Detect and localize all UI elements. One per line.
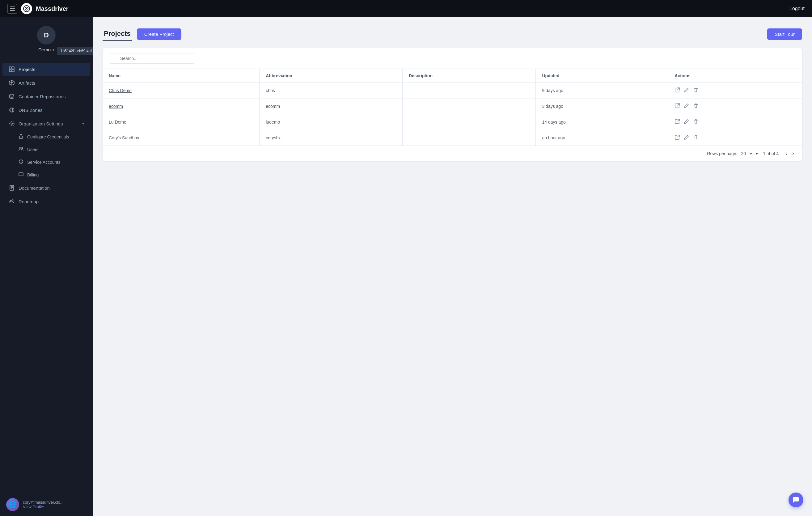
edit-icon[interactable] <box>684 119 689 125</box>
delete-icon[interactable] <box>693 87 699 94</box>
open-external-icon[interactable] <box>674 135 680 141</box>
project-actions-cell <box>668 83 802 98</box>
project-actions-cell <box>668 98 802 114</box>
svg-rect-18 <box>19 173 23 176</box>
delete-icon[interactable] <box>693 103 699 110</box>
project-abbreviation-cell: ludemo <box>260 114 403 130</box>
projects-tab[interactable]: Projects <box>103 27 132 41</box>
app-name: Massdriver <box>36 5 68 12</box>
content-area: Projects Create Project Start Tour 🔍 Nam… <box>93 17 812 516</box>
svg-point-5 <box>26 8 27 9</box>
page-header: Projects Create Project Start Tour <box>103 27 802 41</box>
billing-label: Billing <box>27 172 39 177</box>
roadmap-label: Roadmap <box>19 199 39 204</box>
svg-rect-9 <box>12 69 14 72</box>
svg-point-13 <box>11 123 13 124</box>
project-name-cell: ecomm <box>103 98 260 114</box>
open-external-icon[interactable] <box>674 119 680 125</box>
sidebar-item-artifacts[interactable]: Artifacts <box>2 76 90 89</box>
projects-table-card: 🔍 Name Abbreviation Description Updated … <box>103 48 802 161</box>
expand-icon: ▾ <box>82 121 84 126</box>
sidebar-item-roadmap[interactable]: Roadmap <box>2 195 90 208</box>
prev-page-button[interactable]: ‹ <box>784 149 789 157</box>
user-avatar: 🌐 <box>6 498 19 511</box>
rows-per-page-select[interactable]: 20 50 100 <box>740 151 753 156</box>
project-updated-cell: an hour ago <box>536 130 668 146</box>
sidebar-divider <box>5 60 88 60</box>
project-description-cell <box>403 114 536 130</box>
page-info: 1–4 of 4 <box>763 151 779 156</box>
sidebar-item-organization-settings[interactable]: Organization Settings ▾ <box>2 117 90 130</box>
project-abbreviation-cell: chris <box>260 83 403 98</box>
sidebar-item-service-accounts[interactable]: Service Accounts <box>2 156 90 168</box>
org-settings-left: Organization Settings <box>9 121 63 126</box>
action-icons <box>674 87 796 94</box>
col-header-description: Description <box>403 69 536 83</box>
svg-point-15 <box>20 147 21 149</box>
artifacts-icon <box>9 80 15 86</box>
sidebar-item-documentation[interactable]: Documentation <box>2 181 90 194</box>
delete-icon[interactable] <box>693 119 699 125</box>
organization-settings-label: Organization Settings <box>19 121 63 126</box>
sidebar-item-users[interactable]: Users <box>2 143 90 155</box>
edit-icon[interactable] <box>684 135 689 141</box>
table-row: Chris Demo chris 9 days ago <box>103 83 802 98</box>
dns-zones-label: DNS Zones <box>19 108 42 113</box>
users-icon <box>19 146 24 152</box>
create-project-button[interactable]: Create Project <box>137 28 181 40</box>
edit-icon[interactable] <box>684 103 689 110</box>
delete-icon[interactable] <box>693 135 699 141</box>
project-abbreviation-cell: corysbx <box>260 130 403 146</box>
logout-button[interactable]: Logout <box>789 6 805 11</box>
rows-per-page-label: Rows per page: <box>707 151 737 156</box>
view-profile-link[interactable]: View Profile <box>23 505 64 509</box>
project-updated-cell: 14 days ago <box>536 114 668 130</box>
start-tour-button[interactable]: Start Tour <box>767 28 802 40</box>
sidebar-item-container-repositories[interactable]: Container Repositories <box>2 90 90 103</box>
project-description-cell <box>403 98 536 114</box>
sidebar-item-configure-credentials[interactable]: Configure Credentials <box>2 131 90 143</box>
col-header-name: Name <box>103 69 260 83</box>
action-icons <box>674 103 796 110</box>
project-name-cell: Lu Demo <box>103 114 260 130</box>
top-header: Massdriver Logout <box>0 0 812 17</box>
chat-bubble-button[interactable] <box>788 492 803 507</box>
edit-icon[interactable] <box>684 87 689 94</box>
projects-table: Name Abbreviation Description Updated Ac… <box>103 69 802 146</box>
open-external-icon[interactable] <box>674 87 680 94</box>
main-layout: D Demo ▾ 1b5142f1-cb69-4a19-9f5d-8427b38… <box>0 17 812 516</box>
action-icons <box>674 135 796 141</box>
table-footer: Rows per page: 20 50 100 ▾ 1–4 of 4 ‹ › <box>103 146 802 161</box>
next-page-button[interactable]: › <box>790 149 796 157</box>
search-input[interactable] <box>109 53 195 64</box>
table-row: Lu Demo ludemo 14 days ago <box>103 114 802 130</box>
roadmap-icon <box>9 199 15 204</box>
svg-point-10 <box>9 94 14 96</box>
container-repositories-label: Container Repositories <box>19 94 66 99</box>
project-link[interactable]: Lu Demo <box>109 120 126 124</box>
svg-rect-19 <box>10 185 13 190</box>
service-accounts-icon <box>19 159 24 165</box>
sidebar-item-projects[interactable]: Projects <box>2 63 90 76</box>
page-nav: ‹ › <box>784 149 796 157</box>
project-link[interactable]: Chris Demo <box>109 88 132 93</box>
projects-icon <box>9 66 15 72</box>
sidebar: D Demo ▾ 1b5142f1-cb69-4a19-9f5d-8427b38… <box>0 17 93 516</box>
org-name-row[interactable]: Demo ▾ 1b5142f1-cb69-4a19-9f5d-8427b3844… <box>38 47 54 52</box>
rows-per-page: Rows per page: 20 50 100 ▾ <box>707 151 758 156</box>
sidebar-toggle-button[interactable] <box>7 4 17 13</box>
user-email: cory@massdriver.clo... <box>23 500 64 505</box>
project-link[interactable]: ecomm <box>109 104 123 109</box>
sidebar-bottom: 🌐 cory@massdriver.clo... View Profile <box>0 493 93 516</box>
artifacts-label: Artifacts <box>19 80 35 86</box>
open-external-icon[interactable] <box>674 103 680 110</box>
sidebar-item-billing[interactable]: Billing <box>2 169 90 181</box>
configure-credentials-icon <box>19 134 24 140</box>
project-description-cell <box>403 83 536 98</box>
project-link[interactable]: Cory's Sandbox <box>109 135 139 140</box>
avatar: D <box>37 26 56 45</box>
sidebar-item-dns-zones[interactable]: DNS Zones <box>2 104 90 116</box>
org-id-tooltip: 1b5142f1-cb69-4a19-9f5d-8427b3844cbf <box>57 47 93 55</box>
action-icons <box>674 119 796 125</box>
header-left: Massdriver <box>7 3 68 14</box>
